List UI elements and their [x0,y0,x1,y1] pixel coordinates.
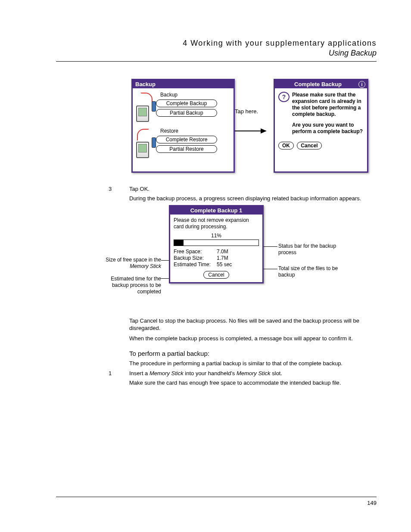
body-para-1: Tap Cancel to stop the backup process. N… [129,317,377,332]
arrow-right-icon [235,127,269,135]
progress-bar [174,240,259,246]
tap-here-label: Tap here. [235,108,274,115]
backup-section: Backup Complete Backup Partial Backup [135,92,230,122]
annot-status-bar: Status bar for the backup process [278,243,343,256]
chapter-title: 4 Working with your supplementary applic… [56,39,377,48]
backup-app-window: Backup Backup Complete Backup Partial Ba… [131,79,235,173]
svg-marker-1 [261,128,267,134]
backup-app-title: Backup [133,80,234,88]
partial-backup-heading: To perform a partial backup: [129,350,377,357]
complete-backup-button[interactable]: Complete Backup [156,100,217,107]
kv-free-space: Free Space: 7.0M [174,249,259,255]
partial-restore-button[interactable]: Partial Restore [156,145,217,153]
step-1-para: Make sure the card has enough free space… [129,379,377,387]
kv-backup-size: Backup Size: 1.7M [174,255,259,261]
annot-est-time: Estimated time for the backup process to… [97,276,161,295]
dialog-message-2: Are you sure you want to perform a compl… [292,122,364,135]
restore-icon [135,128,156,158]
progress-window: Complete Backup 1 Please do not remove e… [169,205,264,283]
progress-title: Complete Backup 1 [170,206,262,215]
dialog-message-1: Please make sure that the expansion card… [292,92,364,118]
backup-heading: Backup [160,92,230,98]
body-para-2: When the complete backup process is comp… [129,335,377,342]
page-number: 149 [367,500,377,506]
progress-cancel-button[interactable]: Cancel [203,271,229,279]
cancel-button[interactable]: Cancel [297,142,321,149]
progress-please: Please do not remove expansion card duri… [174,217,259,230]
step-3: 3 Tap OK. [109,186,377,192]
step-1-text: Insert a Memory Stick into your handheld… [129,370,282,376]
step-1: 1 Insert a Memory Stick into your handhe… [109,370,377,376]
restore-section: Restore Complete Restore Partial Restore [135,128,230,158]
step-3-text: Tap OK. [129,186,149,192]
complete-restore-button[interactable]: Complete Restore [156,136,217,143]
page-header: 4 Working with your supplementary applic… [56,39,377,58]
dialog-title: Complete Backup [294,81,342,87]
page-footer: 149 [56,497,377,506]
section-title: Using Backup [56,49,377,58]
figure-row-1: Backup Backup Complete Backup Partial Ba… [131,79,377,173]
restore-heading: Restore [160,128,230,134]
ok-button[interactable]: OK [278,142,294,149]
info-icon[interactable]: i [358,81,365,88]
body-para-3: The procedure in performing a partial ba… [129,360,377,367]
step-3-para: During the backup process, a progress sc… [129,195,377,202]
progress-percent: 11% [174,233,259,239]
kv-estimated-time: Estimated Time: 55 sec [174,261,259,268]
tap-here-callout: Tap here. [235,79,274,135]
partial-backup-button[interactable]: Partial Backup [156,109,217,117]
step-1-number: 1 [109,370,129,376]
figure-row-2: Size of free space in the Memory Stick E… [56,205,377,304]
header-rule [56,61,377,62]
backup-icon [135,92,156,122]
annot-free-space: Size of free space in the Memory Stick [97,257,161,270]
progress-bar-fill [174,240,184,246]
annot-backup-size: Total size of the files to be backup [278,265,343,278]
complete-backup-dialog: Complete Backup i ? Please make sure tha… [274,79,368,173]
step-3-number: 3 [109,186,129,192]
question-icon: ? [278,92,290,102]
